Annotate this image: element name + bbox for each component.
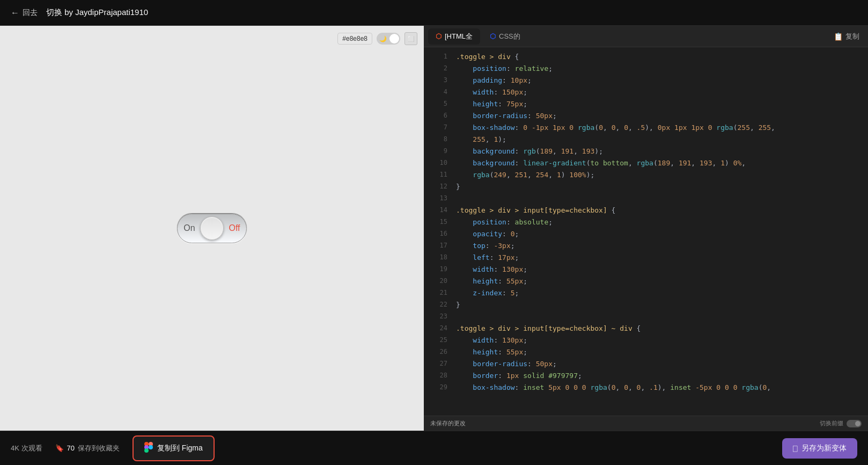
- code-line: 5 height: 75px;: [424, 99, 868, 111]
- toggle-widget[interactable]: On Off: [177, 214, 247, 243]
- copy-icon: 📋: [834, 32, 843, 41]
- code-line: 29 box-shadow: inset 5px 0 0 0 rgba(0, 0…: [424, 382, 868, 394]
- code-line: 20 height: 55px;: [424, 276, 868, 288]
- top-nav: ← 回去 切换 by JaydipPrajapati1910: [0, 0, 868, 26]
- resize-icon: ⬜: [408, 36, 414, 42]
- tab-html-label: [HTML全: [445, 32, 473, 41]
- svg-point-4: [149, 445, 153, 449]
- preview-toolbar: #e8e8e8 🌙 ⬜: [337, 32, 417, 45]
- tab-css[interactable]: ⬡ CSS的: [482, 28, 528, 45]
- tab-html[interactable]: ⬡ [HTML全: [428, 28, 480, 45]
- code-line: 8 255, 1);: [424, 134, 868, 146]
- code-line: 11 rgba(249, 251, 254, 1) 100%);: [424, 170, 868, 181]
- code-line: 2 position: relative;: [424, 63, 868, 75]
- code-line: 7 box-shadow: 0 -1px 1px 0 rgba(0, 0, 0,…: [424, 122, 868, 134]
- bottom-bar: 4K 次观看 🔖 70 保存到收藏夹 复制到 Figma ⎕ 另存为新变体: [0, 431, 868, 465]
- code-line: 3 padding: 10px;: [424, 75, 868, 87]
- back-arrow-icon: ←: [11, 8, 19, 18]
- code-line: 23: [424, 311, 868, 323]
- moon-icon: 🌙: [379, 35, 387, 42]
- copy-button[interactable]: 📋 复制: [829, 30, 864, 43]
- view-count: 4K 次观看: [11, 444, 42, 453]
- code-line: 27 border-radius: 50px;: [424, 359, 868, 370]
- html-icon: ⬡: [436, 32, 442, 40]
- code-line: 6 border-radius: 50px;: [424, 111, 868, 122]
- code-line: 18 left: 17px;: [424, 252, 868, 264]
- preview-panel: #e8e8e8 🌙 ⬜ On Off: [0, 26, 424, 431]
- color-badge: #e8e8e8: [337, 33, 372, 45]
- back-button[interactable]: ← 回去: [11, 8, 38, 18]
- toggle-preview: 切换前缀: [820, 419, 862, 427]
- code-panel: ⬡ [HTML全 ⬡ CSS的 📋 复制 1 .toggle > div { 2…: [424, 26, 868, 431]
- save-new-label: 另存为新变体: [801, 444, 847, 453]
- save-new-button[interactable]: ⎕ 另存为新变体: [782, 438, 857, 459]
- code-line: 22 }: [424, 300, 868, 311]
- bookmark-label: 保存到收藏夹: [78, 444, 120, 453]
- bookmark-button[interactable]: 🔖 70 保存到收藏夹: [55, 444, 120, 453]
- tab-css-label: CSS的: [499, 32, 520, 41]
- figma-button[interactable]: 复制到 Figma: [133, 435, 215, 461]
- code-line: 10 background: linear-gradient(to bottom…: [424, 158, 868, 170]
- code-line: 14 .toggle > div > input[type=checkbox] …: [424, 205, 868, 217]
- main-layout: #e8e8e8 🌙 ⬜ On Off ⬡ [HTML全 ⬡ CSS的: [0, 26, 868, 431]
- toggle-on-label: On: [183, 223, 196, 233]
- code-line: 21 z-index: 5;: [424, 288, 868, 300]
- code-line: 4 width: 150px;: [424, 87, 868, 99]
- status-bar: 未保存的更改 切换前缀: [424, 416, 868, 431]
- toggle-off-label: Off: [228, 223, 241, 233]
- code-line: 9 background: rgb(189, 191, 193);: [424, 146, 868, 158]
- code-line: 13: [424, 193, 868, 205]
- svg-rect-3: [144, 448, 149, 453]
- figma-label: 复制到 Figma: [157, 444, 203, 453]
- copy-label: 复制: [845, 32, 859, 41]
- code-line: 17 top: -3px;: [424, 241, 868, 252]
- code-line: 15 position: absolute;: [424, 217, 868, 229]
- bookmark-icon: 🔖: [55, 444, 64, 452]
- dark-mode-toggle[interactable]: 🌙: [377, 33, 400, 45]
- css-icon: ⬡: [490, 32, 496, 40]
- resize-button[interactable]: ⬜: [404, 32, 417, 45]
- code-line: 28 border: 1px solid #979797;: [424, 370, 868, 382]
- code-body[interactable]: 1 .toggle > div { 2 position: relative; …: [424, 47, 868, 416]
- unsaved-badge: 未保存的更改: [430, 419, 466, 427]
- code-line: 1 .toggle > div {: [424, 52, 868, 63]
- code-line: 25 width: 130px;: [424, 335, 868, 347]
- toggle-small[interactable]: [847, 420, 862, 427]
- bookmark-count: 70: [67, 444, 75, 452]
- back-label: 回去: [23, 8, 38, 18]
- page-title: 切换 by JaydipPrajapati1910: [46, 8, 148, 18]
- code-line: 24 .toggle > div > input[type=checkbox] …: [424, 323, 868, 335]
- code-line: 26 height: 55px;: [424, 347, 868, 359]
- save-icon: ⎕: [793, 444, 797, 453]
- code-line: 16 opacity: 0;: [424, 229, 868, 241]
- code-tabs: ⬡ [HTML全 ⬡ CSS的 📋 复制: [424, 26, 868, 47]
- figma-icon: [144, 442, 153, 455]
- code-line: 12 }: [424, 181, 868, 193]
- toggle-prev-label: 切换前缀: [820, 419, 843, 427]
- code-line: 19 width: 130px;: [424, 264, 868, 276]
- toggle-knob: [200, 216, 224, 240]
